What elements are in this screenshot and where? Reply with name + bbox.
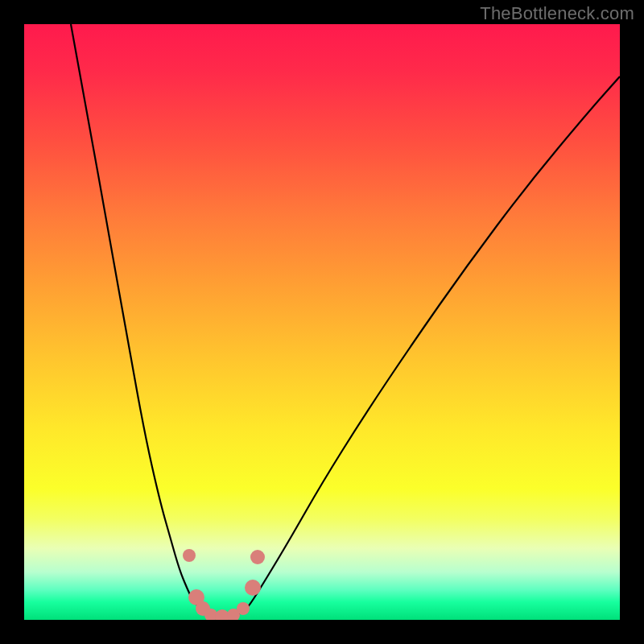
fit-marker [237, 602, 250, 615]
outer-frame: TheBottleneck.com [0, 0, 644, 644]
bottleneck-curve [71, 24, 620, 617]
plot-area [24, 24, 620, 620]
fit-markers-group [183, 549, 265, 620]
watermark-text: TheBottleneck.com [480, 3, 634, 24]
fit-marker [250, 550, 265, 564]
fit-marker [245, 580, 261, 596]
curve-svg [24, 24, 620, 620]
fit-marker [183, 549, 196, 562]
